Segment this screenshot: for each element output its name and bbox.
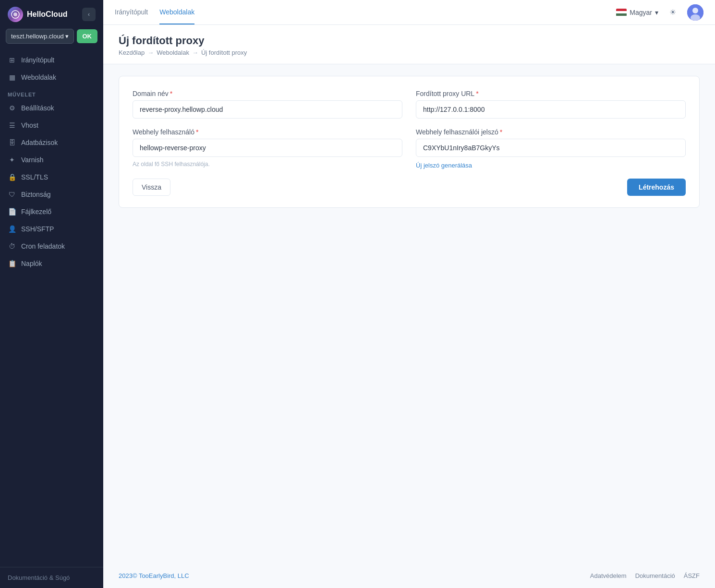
main-area: Irányítópult Weboldalak Magyar ▾ ☀ — [103, 0, 715, 588]
footer-link-adatvédelem[interactable]: Adatvédelem — [590, 572, 627, 579]
vhost-icon: ☰ — [8, 121, 16, 130]
sidebar-back-button[interactable]: ‹ — [82, 8, 96, 21]
user-group: Webhely felhasználó * Az oldal fő SSH fe… — [133, 128, 402, 169]
password-input[interactable] — [416, 139, 686, 157]
required-marker: * — [476, 90, 478, 97]
form-grid: Domain név * Fordított proxy URL * — [133, 90, 686, 169]
sidebar-item-label: Adatbázisok — [21, 139, 58, 146]
breadcrumb-sep-1: → — [147, 49, 154, 56]
ok-button[interactable]: OK — [77, 29, 98, 43]
database-icon: 🗄 — [8, 138, 16, 147]
page-title: Új fordított proxy — [119, 35, 700, 47]
domain-group: Domain név * — [133, 90, 402, 119]
footer-link-aszf[interactable]: ÁSZF — [684, 572, 700, 579]
sun-icon: ☀ — [669, 8, 676, 17]
topbar: Irányítópult Weboldalak Magyar ▾ ☀ — [103, 0, 715, 25]
domain-input[interactable] — [133, 100, 402, 119]
breadcrumb-section[interactable]: Weboldalak — [157, 49, 189, 56]
sidebar-item-label: Fájlkezelő — [21, 208, 51, 216]
sidebar: HelloCloud ‹ teszt.hellowp.cloud ▾ OK ⊞ … — [0, 0, 103, 588]
site-selector: teszt.hellowp.cloud ▾ OK — [6, 29, 97, 44]
sidebar-item-label: Vhost — [21, 121, 38, 129]
sidebar-section-label: MŰVELET — [0, 86, 103, 99]
site-dropdown[interactable]: teszt.hellowp.cloud ▾ — [6, 29, 74, 44]
sidebar-item-naplok[interactable]: 📋 Naplók — [0, 255, 103, 272]
sidebar-item-biztonsag[interactable]: 🛡 Biztonság — [0, 186, 103, 203]
required-marker: * — [196, 128, 198, 136]
sidebar-item-cron[interactable]: ⏱ Cron feladatok — [0, 238, 103, 255]
footer-link-dokumentacio[interactable]: Dokumentáció — [635, 572, 675, 579]
sidebar-item-label: Weboldalak — [21, 73, 56, 81]
sidebar-item-label: SSL/TLS — [21, 173, 48, 181]
back-button[interactable]: Vissza — [133, 179, 170, 196]
tab-iranyitopult[interactable]: Irányítópult — [115, 0, 148, 24]
svg-point-3 — [692, 8, 698, 13]
sidebar-item-fajlkezelo[interactable]: 📄 Fájlkezelő — [0, 203, 103, 220]
password-label: Webhely felhasználói jelszó * — [416, 128, 686, 136]
hungarian-flag-icon — [616, 9, 627, 16]
required-marker: * — [170, 90, 172, 97]
footer-links: Adatvédelem Dokumentáció ÁSZF — [590, 572, 700, 579]
proxy-url-input[interactable] — [416, 100, 686, 119]
sidebar-item-beallitasok[interactable]: ⚙ Beállítások — [0, 99, 103, 117]
filemanager-icon: 📄 — [8, 207, 16, 216]
svg-point-1 — [13, 12, 17, 16]
sidebar-item-label: Naplók — [21, 260, 42, 267]
domain-label: Domain név * — [133, 90, 402, 97]
websites-icon: ▦ — [8, 73, 16, 82]
form-actions: Vissza Létrehozás — [133, 179, 686, 196]
sidebar-item-label: Cron feladatok — [21, 242, 65, 250]
form-card: Domain név * Fordított proxy URL * — [119, 76, 700, 208]
user-input[interactable] — [133, 139, 402, 157]
sidebar-logo: HelloCloud ‹ — [0, 0, 103, 29]
theme-toggle-button[interactable]: ☀ — [665, 5, 680, 20]
site-dropdown-value: teszt.hellowp.cloud — [11, 33, 64, 40]
logs-icon: 📋 — [8, 259, 16, 268]
breadcrumb-sep-2: → — [192, 49, 198, 56]
logo-text: HelloCloud — [27, 10, 67, 19]
ssl-icon: 🔒 — [8, 173, 16, 181]
sidebar-item-weboldalak[interactable]: ▦ Weboldalak — [0, 69, 103, 86]
generate-password-link[interactable]: Új jelszó generálása — [416, 162, 686, 169]
breadcrumb-current: Új fordított proxy — [201, 49, 247, 56]
sidebar-item-vhost[interactable]: ☰ Vhost — [0, 117, 103, 134]
create-button[interactable]: Létrehozás — [627, 179, 686, 196]
sidebar-item-label: Irányítópult — [21, 56, 54, 64]
settings-icon: ⚙ — [8, 104, 16, 112]
page-footer: 2023© TooEarlyBird, LLC Adatvédelem Doku… — [103, 564, 715, 588]
user-hint: Az oldal fő SSH felhasználója. — [133, 161, 402, 168]
proxy-url-label: Fordított proxy URL * — [416, 90, 686, 97]
security-icon: 🛡 — [8, 190, 16, 199]
tab-weboldalak[interactable]: Weboldalak — [159, 0, 194, 24]
sidebar-item-label: Biztonság — [21, 191, 50, 198]
user-label: Webhely felhasználó * — [133, 128, 402, 136]
sidebar-item-ssl-tls[interactable]: 🔒 SSL/TLS — [0, 168, 103, 186]
chevron-down-icon: ▾ — [655, 9, 658, 16]
footer-company: TooEarlyBird, LLC — [139, 572, 189, 579]
page-content: Új fordított proxy Kezdőlap → Weboldalak… — [103, 25, 715, 588]
dashboard-icon: ⊞ — [8, 56, 16, 64]
sidebar-item-ssh-sftp[interactable]: 👤 SSH/SFTP — [0, 220, 103, 238]
sidebar-item-label: Varnish — [21, 156, 43, 164]
breadcrumb: Kezdőlap → Weboldalak → Új fordított pro… — [119, 49, 700, 56]
docs-help-link[interactable]: Dokumentáció & Súgó — [0, 567, 103, 588]
proxy-url-group: Fordított proxy URL * — [416, 90, 686, 119]
varnish-icon: ✦ — [8, 156, 16, 164]
sidebar-item-iranyitopult[interactable]: ⊞ Irányítópult — [0, 51, 103, 69]
language-selector[interactable]: Magyar ▾ — [616, 9, 658, 16]
sidebar-item-varnish[interactable]: ✦ Varnish — [0, 151, 103, 168]
sidebar-item-label: Beállítások — [21, 104, 54, 112]
breadcrumb-home[interactable]: Kezdőlap — [119, 49, 145, 56]
sidebar-item-adatbazisok[interactable]: 🗄 Adatbázisok — [0, 134, 103, 151]
footer-copyright: 2023© TooEarlyBird, LLC — [119, 572, 189, 579]
chevron-down-icon: ▾ — [65, 33, 69, 40]
sidebar-item-label: SSH/SFTP — [21, 225, 54, 233]
topbar-right: Magyar ▾ ☀ — [616, 4, 703, 21]
logo-icon — [8, 7, 23, 22]
required-marker: * — [500, 128, 502, 136]
cron-icon: ⏱ — [8, 242, 16, 251]
user-avatar[interactable] — [687, 4, 703, 21]
page-header: Új fordított proxy Kezdőlap → Weboldalak… — [103, 25, 715, 64]
language-label: Magyar — [630, 9, 652, 16]
ssh-icon: 👤 — [8, 225, 16, 233]
